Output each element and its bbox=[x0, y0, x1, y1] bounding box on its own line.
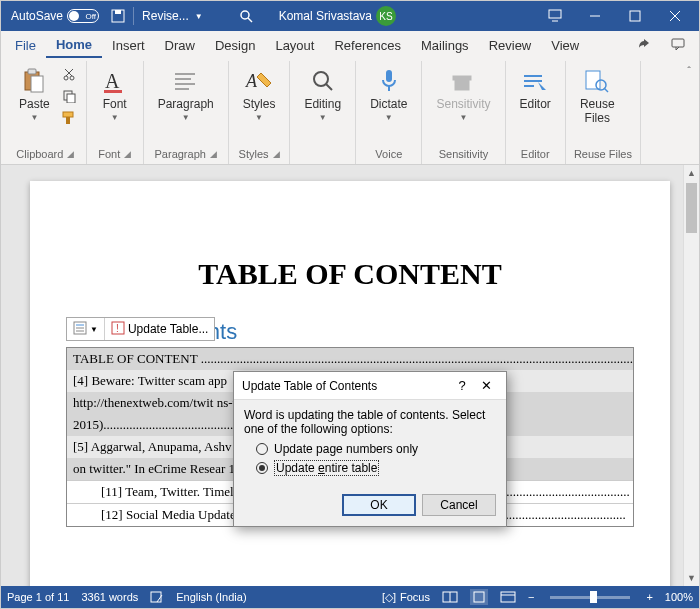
format-painter-icon[interactable] bbox=[60, 109, 78, 127]
autosave-toggle[interactable]: AutoSave Off bbox=[5, 9, 105, 23]
scrollbar-thumb[interactable] bbox=[686, 183, 697, 233]
svg-point-14 bbox=[70, 76, 74, 80]
vertical-scrollbar[interactable]: ▲ ▼ bbox=[683, 165, 699, 586]
svg-rect-1 bbox=[115, 10, 121, 14]
doc-heading: TABLE OF CONTENT bbox=[66, 257, 634, 291]
user-avatar[interactable]: KS bbox=[376, 6, 396, 26]
page-indicator[interactable]: Page 1 of 11 bbox=[7, 591, 69, 603]
ribbon: Paste ▼ Clipboard◢ A Font ▼ Font◢ Paragr bbox=[1, 59, 699, 165]
focus-mode-button[interactable]: [◇]Focus bbox=[382, 591, 430, 604]
toc-toolbar: ▼ ! Update Table... bbox=[66, 317, 215, 341]
read-mode-icon[interactable] bbox=[442, 591, 458, 603]
svg-rect-47 bbox=[151, 592, 161, 602]
scroll-down-icon[interactable]: ▼ bbox=[684, 570, 699, 586]
svg-rect-12 bbox=[31, 76, 43, 92]
group-label-paragraph: Paragraph bbox=[155, 148, 206, 160]
copy-icon[interactable] bbox=[60, 87, 78, 105]
radio-update-entire-table[interactable]: Update entire table bbox=[256, 460, 496, 476]
zoom-slider[interactable] bbox=[550, 596, 630, 599]
paste-icon bbox=[20, 67, 48, 95]
zoom-level[interactable]: 100% bbox=[665, 591, 693, 603]
dictate-button[interactable]: Dictate ▼ bbox=[364, 63, 413, 126]
svg-rect-52 bbox=[501, 592, 515, 602]
svg-rect-20 bbox=[66, 117, 70, 124]
editor-button[interactable]: Editor bbox=[514, 63, 557, 115]
chevron-down-icon: ▼ bbox=[30, 113, 38, 122]
word-count[interactable]: 3361 words bbox=[81, 591, 138, 603]
svg-text:!: ! bbox=[116, 323, 119, 334]
autosave-label: AutoSave bbox=[11, 9, 63, 23]
chevron-down-icon: ▼ bbox=[460, 113, 468, 122]
tab-file[interactable]: File bbox=[5, 34, 46, 57]
editor-icon bbox=[521, 67, 549, 95]
maximize-button[interactable] bbox=[615, 1, 655, 31]
user-name[interactable]: Komal Srivastava bbox=[279, 9, 372, 23]
dialog-titlebar[interactable]: Update Table of Contents ? ✕ bbox=[234, 372, 506, 400]
tab-review[interactable]: Review bbox=[479, 34, 542, 57]
toc-options-button[interactable]: ▼ bbox=[67, 318, 105, 340]
group-sensitivity: Sensitivity ▼ Sensitivity bbox=[422, 61, 505, 164]
web-layout-icon[interactable] bbox=[500, 591, 516, 603]
save-icon[interactable] bbox=[105, 3, 131, 29]
tab-view[interactable]: View bbox=[541, 34, 589, 57]
paragraph-button[interactable]: Paragraph ▼ bbox=[152, 63, 220, 126]
group-clipboard: Paste ▼ Clipboard◢ bbox=[5, 61, 87, 164]
font-icon: A bbox=[101, 67, 129, 95]
svg-line-3 bbox=[248, 18, 252, 22]
group-reuse-files: Reuse Files Reuse Files bbox=[566, 61, 641, 164]
close-icon[interactable]: ✕ bbox=[474, 378, 498, 393]
tab-insert[interactable]: Insert bbox=[102, 34, 155, 57]
tab-mailings[interactable]: Mailings bbox=[411, 34, 479, 57]
radio-checked-icon bbox=[256, 462, 268, 474]
tab-draw[interactable]: Draw bbox=[155, 34, 205, 57]
toc-icon bbox=[73, 321, 87, 338]
ok-button[interactable]: OK bbox=[342, 494, 416, 516]
minimize-button[interactable] bbox=[575, 1, 615, 31]
paste-button[interactable]: Paste ▼ bbox=[13, 63, 56, 126]
svg-rect-4 bbox=[549, 10, 561, 18]
tab-design[interactable]: Design bbox=[205, 34, 265, 57]
radio-update-page-numbers[interactable]: Update page numbers only bbox=[256, 442, 496, 456]
font-button[interactable]: A Font ▼ bbox=[95, 63, 135, 126]
search-icon[interactable] bbox=[233, 3, 259, 29]
document-title[interactable]: Revise... bbox=[136, 9, 195, 23]
group-label-editor: Editor bbox=[521, 148, 550, 160]
dialog-launcher-icon[interactable]: ◢ bbox=[210, 149, 217, 159]
microphone-icon bbox=[375, 67, 403, 95]
tab-layout[interactable]: Layout bbox=[265, 34, 324, 57]
svg-text:A: A bbox=[245, 71, 258, 91]
dialog-launcher-icon[interactable]: ◢ bbox=[67, 149, 74, 159]
language-indicator[interactable]: English (India) bbox=[176, 591, 246, 603]
update-table-button[interactable]: ! Update Table... bbox=[105, 318, 215, 340]
dialog-launcher-icon[interactable]: ◢ bbox=[273, 149, 280, 159]
styles-button[interactable]: A Styles ▼ bbox=[237, 63, 282, 126]
scroll-up-icon[interactable]: ▲ bbox=[684, 165, 699, 181]
svg-line-29 bbox=[326, 84, 332, 90]
collapse-ribbon-icon[interactable]: ˆ bbox=[687, 65, 691, 77]
tab-references[interactable]: References bbox=[324, 34, 410, 57]
zoom-in-button[interactable]: + bbox=[646, 591, 652, 603]
editing-button[interactable]: Editing ▼ bbox=[298, 63, 347, 126]
help-button[interactable]: ? bbox=[450, 378, 474, 393]
dialog-launcher-icon[interactable]: ◢ bbox=[124, 149, 131, 159]
zoom-out-button[interactable]: − bbox=[528, 591, 534, 603]
cancel-button[interactable]: Cancel bbox=[422, 494, 496, 516]
svg-rect-18 bbox=[67, 94, 75, 103]
comments-button[interactable] bbox=[661, 33, 695, 58]
group-label-styles: Styles bbox=[239, 148, 269, 160]
svg-rect-30 bbox=[386, 70, 392, 82]
close-button[interactable] bbox=[655, 1, 695, 31]
group-label-sensitivity: Sensitivity bbox=[439, 148, 489, 160]
cut-icon[interactable] bbox=[60, 65, 78, 83]
svg-rect-11 bbox=[28, 69, 36, 74]
group-styles: A Styles ▼ Styles◢ bbox=[229, 61, 291, 164]
reuse-files-button[interactable]: Reuse Files bbox=[574, 63, 621, 129]
ribbon-options-icon[interactable] bbox=[535, 1, 575, 31]
toc-line[interactable]: TABLE OF CONTENT .......................… bbox=[67, 348, 633, 370]
print-layout-icon[interactable] bbox=[470, 589, 488, 605]
share-button[interactable] bbox=[627, 33, 661, 58]
spellcheck-icon[interactable] bbox=[150, 590, 164, 604]
svg-line-40 bbox=[604, 88, 608, 92]
svg-point-13 bbox=[64, 76, 68, 80]
tab-home[interactable]: Home bbox=[46, 33, 102, 58]
